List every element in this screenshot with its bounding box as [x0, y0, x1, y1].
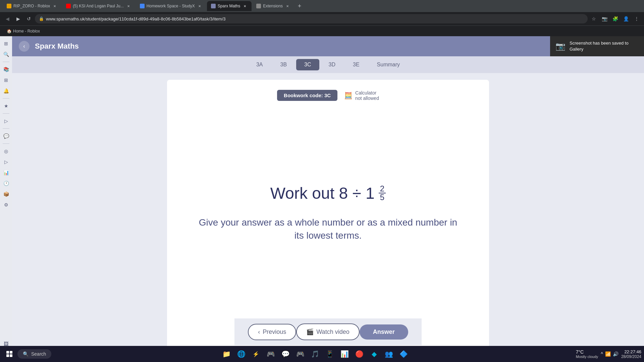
- taskbar-volume-icon[interactable]: 🔊: [613, 351, 619, 357]
- sidebar-box-icon[interactable]: 📦: [1, 189, 11, 199]
- app-title: Sparx Maths: [35, 42, 79, 51]
- sidebar-divider-1: [3, 62, 9, 62]
- svg-rect-1: [10, 351, 12, 354]
- tab-roblox[interactable]: RIP_ZORO - Roblox ✕: [3, 1, 61, 11]
- sidebar-divider-2: [3, 98, 9, 99]
- tab-bar: RIP_ZORO - Roblox ✕ (5) KSI And Logan Pa…: [0, 0, 644, 12]
- taskbar-app-2[interactable]: 🎮: [264, 347, 277, 361]
- sidebar-star-icon[interactable]: ★: [1, 101, 11, 111]
- app-back-button[interactable]: ‹: [19, 41, 30, 52]
- tab-studyx-close[interactable]: ✕: [197, 3, 202, 9]
- bookmark-icon: 🏠: [7, 29, 12, 34]
- bookmark-home-roblox[interactable]: 🏠 Home - Roblox: [4, 27, 43, 35]
- tab-ksi-close[interactable]: ✕: [126, 3, 131, 9]
- tab-ksi[interactable]: (5) KSI And Logan Paul Ju... ✕: [62, 1, 135, 11]
- sidebar-message-icon[interactable]: 💬: [1, 131, 11, 141]
- screenshot-notification: 📷 Screenshot has been saved to Gallery: [550, 36, 644, 56]
- tab-3a[interactable]: 3A: [248, 59, 271, 70]
- sidebar-grid-icon[interactable]: ⊞: [1, 75, 11, 85]
- taskbar: 🔍 Search 📁 🌐 ⚡ 🎮 💬 🎮 🎵 📱 📊 🔴 ◆ 👥 🔷 7°C M…: [0, 346, 644, 362]
- svg-rect-3: [10, 354, 12, 357]
- screenshot-notification-text: Screenshot has been saved to Gallery: [570, 40, 639, 52]
- nav-actions: ☆ 📷 🧩 👤 ⋮: [589, 14, 641, 23]
- problem-text: Work out 8 ÷ 1: [270, 184, 375, 202]
- taskbar-chevron-icon[interactable]: ^: [601, 351, 603, 357]
- taskbar-right: 7°C Mostly cloudy ^ 📶 🔊 22:27:46 28/09/2…: [576, 349, 641, 359]
- favicon-extensions: [256, 4, 261, 8]
- answer-button[interactable]: Answer: [360, 324, 408, 340]
- taskbar-app-4[interactable]: 🔴: [353, 347, 366, 361]
- screenshot-icon[interactable]: 📷: [600, 14, 609, 23]
- tab-3b[interactable]: 3B: [272, 59, 295, 70]
- previous-button[interactable]: ‹ Previous: [248, 324, 296, 340]
- bookmark-label: Home - Roblox: [13, 29, 40, 34]
- taskbar-app-5[interactable]: ◆: [367, 347, 381, 361]
- weather-widget[interactable]: 7°C Mostly cloudy: [576, 349, 598, 359]
- sidebar-bell-icon[interactable]: 🔔: [1, 86, 11, 96]
- sidebar-chart-icon[interactable]: 📊: [1, 168, 11, 177]
- sidebar-settings-icon[interactable]: ⚙: [1, 200, 11, 209]
- calculator-info: 🧮 Calculator not allowed: [344, 90, 379, 101]
- taskbar-browser[interactable]: 🌐: [234, 347, 248, 361]
- new-tab-button[interactable]: +: [295, 1, 304, 11]
- taskbar-network-icon[interactable]: 📶: [605, 351, 611, 357]
- tab-3d[interactable]: 3D: [321, 59, 343, 70]
- taskbar-clock[interactable]: 22:27:46 28/09/2024: [621, 349, 641, 359]
- bookmark-star-icon[interactable]: ☆: [589, 14, 598, 23]
- taskbar-app-1[interactable]: ⚡: [249, 347, 263, 361]
- tab-studyx[interactable]: Homework Space - StudyX ✕: [136, 1, 206, 11]
- tab-extensions-close[interactable]: ✕: [285, 3, 290, 9]
- taskbar-app-6[interactable]: 🔷: [397, 347, 410, 361]
- question-card: Bookwork code: 3C 🧮 Calculator not allow…: [167, 80, 489, 355]
- start-button[interactable]: [3, 347, 16, 361]
- sidebar-nav-icon[interactable]: ▷: [1, 116, 11, 126]
- weather-temp: 7°C: [576, 349, 598, 355]
- taskbar-discord[interactable]: 💬: [279, 347, 292, 361]
- address-bar[interactable]: 🔒 www.sparxmaths.uk/student/package/110c…: [35, 14, 588, 23]
- calculator-status: not allowed: [355, 96, 379, 101]
- tab-studyx-label: Homework Space - StudyX: [147, 4, 195, 8]
- menu-icon[interactable]: ⋮: [632, 14, 641, 23]
- sidebar-target-icon[interactable]: ◎: [1, 146, 11, 156]
- taskbar-time: 22:27:46: [621, 349, 641, 354]
- tab-3e[interactable]: 3E: [345, 59, 368, 70]
- favicon-ksi: [66, 4, 71, 8]
- taskbar-spotify[interactable]: 🎵: [308, 347, 322, 361]
- math-problem: Work out 8 ÷ 1 2 5: [270, 184, 386, 202]
- question-content: Work out 8 ÷ 1 2 5 Give your answer as a…: [180, 108, 476, 318]
- sidebar-clock-icon[interactable]: 🕐: [1, 179, 11, 188]
- tab-sparx[interactable]: Sparx Maths ✕: [207, 1, 252, 11]
- tab-extensions[interactable]: Extensions ✕: [252, 1, 294, 11]
- reload-button[interactable]: ↺: [24, 14, 34, 23]
- extensions-icon[interactable]: 🧩: [610, 14, 620, 23]
- taskbar-whatsapp[interactable]: 📱: [323, 347, 336, 361]
- tab-roblox-close[interactable]: ✕: [52, 3, 57, 9]
- taskbar-app-3[interactable]: 📊: [338, 347, 351, 361]
- taskbar-search-bar[interactable]: 🔍 Search: [17, 349, 51, 359]
- taskbar-sys-icons: ^ 📶 🔊: [601, 351, 619, 357]
- weather-desc: Mostly cloudy: [576, 355, 598, 359]
- taskbar-teams[interactable]: 👥: [382, 347, 395, 361]
- tab-sparx-close[interactable]: ✕: [242, 3, 248, 9]
- taskbar-file-explorer[interactable]: 📁: [220, 347, 233, 361]
- taskbar-search-icon: 🔍: [23, 351, 29, 357]
- svg-rect-2: [6, 354, 9, 357]
- left-sidebar: ⊞ 🔍 📚 ⊞ 🔔 ★ ▷ 💬 ◎ ▷ 📊 🕐 📦 ⚙ 🖼 •••: [0, 36, 12, 362]
- watch-video-button[interactable]: 🎬 Watch video: [296, 323, 359, 340]
- tab-sparx-label: Sparx Maths: [218, 4, 240, 8]
- sidebar-workbook-icon[interactable]: 📚: [1, 65, 11, 74]
- taskbar-steam[interactable]: 🎮: [293, 347, 307, 361]
- sidebar-divider-4: [3, 128, 9, 129]
- video-icon: 🎬: [306, 328, 314, 336]
- fraction-denominator: 5: [379, 193, 386, 201]
- forward-button[interactable]: ▶: [13, 14, 23, 23]
- sidebar-play-icon[interactable]: ▷: [1, 157, 11, 167]
- previous-label: Previous: [263, 328, 286, 336]
- tab-3c[interactable]: 3C: [296, 59, 319, 70]
- sidebar-home-icon[interactable]: ⊞: [1, 39, 11, 48]
- back-button[interactable]: ◀: [3, 14, 12, 23]
- sidebar-search-icon[interactable]: 🔍: [1, 50, 11, 59]
- lock-icon: 🔒: [39, 16, 44, 21]
- tab-summary[interactable]: Summary: [369, 59, 408, 70]
- profile-icon[interactable]: 👤: [621, 14, 631, 23]
